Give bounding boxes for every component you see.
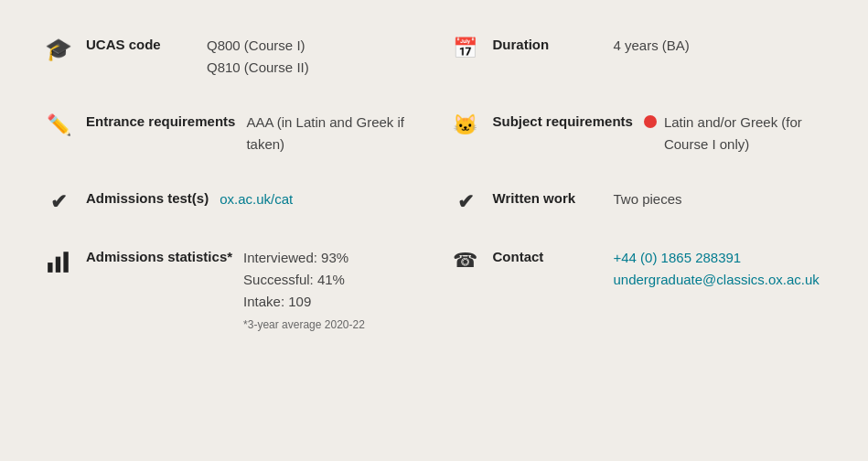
subject-value: Latin and/or Greek (for Course I only)	[644, 112, 826, 155]
contact-label: Contact	[493, 247, 603, 266]
svg-rect-2	[63, 252, 68, 273]
bar-chart-svg	[46, 249, 71, 274]
written-work-label: Written work	[493, 188, 603, 208]
calendar-icon: 📅	[449, 35, 482, 60]
stats-note: *3-year average 2020-22	[243, 316, 419, 334]
ucas-value: Q800 (Course I) Q810 (Course II)	[207, 35, 420, 79]
contact-phone-link[interactable]: +44 (0) 1865 288391	[614, 250, 742, 265]
info-grid: 🎓 UCAS code Q800 (Course I) Q810 (Course…	[27, 18, 841, 350]
admissions-stats-label: Admissions statistics*	[86, 247, 232, 266]
subject-label: Subject requirements	[493, 112, 633, 131]
pencil-icon: ✏️	[42, 112, 75, 137]
bar-chart-icon	[42, 247, 75, 280]
duration-label: Duration	[493, 35, 603, 54]
subject-icon: 🐱	[449, 112, 482, 137]
admissions-stats-cell: Admissions statistics* Interviewed: 93% …	[27, 230, 434, 350]
ucas-cell: 🎓 UCAS code Q800 (Course I) Q810 (Course…	[27, 18, 434, 95]
subject-cell: 🐱 Subject requirements Latin and/or Gree…	[434, 95, 841, 172]
ucas-label: UCAS code	[86, 35, 196, 54]
contact-value: +44 (0) 1865 288391 undergraduate@classi…	[614, 247, 827, 291]
admissions-test-cell: ✔ Admissions test(s) ox.ac.uk/cat	[27, 172, 434, 230]
check-icon-written: ✔	[449, 188, 482, 214]
duration-value: 4 years (BA)	[614, 35, 827, 57]
written-work-value: Two pieces	[614, 188, 827, 210]
admissions-stats-value: Interviewed: 93% Successful: 41% Intake:…	[243, 247, 419, 334]
graduation-icon: 🎓	[42, 35, 75, 62]
red-dot-indicator	[644, 115, 657, 128]
entrance-cell: ✏️ Entrance requirements AAA (in Latin a…	[27, 95, 434, 172]
admissions-test-label: Admissions test(s)	[86, 188, 209, 208]
svg-rect-0	[48, 263, 52, 273]
entrance-label: Entrance requirements	[86, 112, 235, 131]
admissions-test-value: ox.ac.uk/cat	[220, 188, 419, 210]
svg-rect-1	[56, 257, 60, 273]
duration-cell: 📅 Duration 4 years (BA)	[434, 18, 841, 95]
contact-cell: ☎ Contact +44 (0) 1865 288391 undergradu…	[434, 230, 841, 350]
phone-icon: ☎	[449, 247, 482, 273]
written-work-cell: ✔ Written work Two pieces	[434, 172, 841, 230]
contact-email-link[interactable]: undergraduate@classics.ox.ac.uk	[614, 272, 820, 287]
admissions-test-link[interactable]: ox.ac.uk/cat	[220, 191, 293, 207]
entrance-value: AAA (in Latin and Greek if taken)	[246, 112, 419, 155]
check-icon-admissions: ✔	[42, 188, 75, 214]
